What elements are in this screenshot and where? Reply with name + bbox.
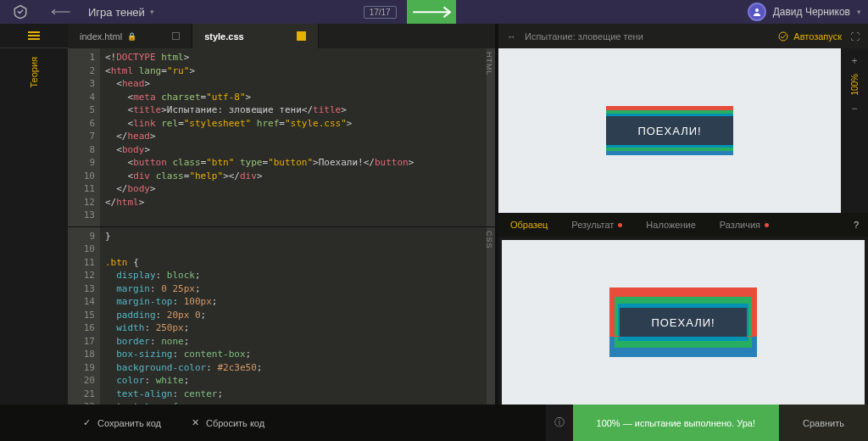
next-button[interactable] xyxy=(407,0,456,24)
zoom-out[interactable]: − xyxy=(851,103,857,114)
svg-point-6 xyxy=(779,32,787,41)
menu-icon[interactable] xyxy=(0,24,68,48)
zoom-level: 100% xyxy=(850,74,860,96)
close-icon: ✕ xyxy=(192,417,199,428)
user-menu[interactable]: Давид Черников ▾ xyxy=(748,3,861,21)
sample-canvas: ПОЕХАЛИ! xyxy=(502,240,865,405)
reset-button[interactable]: ✕ Сбросить код xyxy=(176,405,280,441)
css-code: } .btn { display: block; margin: 0 25px;… xyxy=(100,227,487,405)
sample-button: ПОЕХАЛИ! xyxy=(620,308,747,337)
resize-icon[interactable]: ↔ xyxy=(507,31,516,42)
dot-icon xyxy=(618,223,622,227)
preview-header: ↔ Испытание: зловещие тени Автозапуск ⛶ xyxy=(498,24,868,48)
status-text: 100% — испытание выполнено. Ура! xyxy=(573,405,779,441)
top-bar: Игра теней ▾ 17/17 Давид Черников ▾ xyxy=(0,0,868,24)
html-code: <!DOCTYPE html> <html lang="ru"> <head> … xyxy=(100,48,487,226)
tab-diff[interactable]: Различия xyxy=(708,213,781,237)
css-label: CSS xyxy=(485,231,493,249)
svg-point-2 xyxy=(755,8,759,12)
css-gutter: 91011121314151617181920212223242526 xyxy=(68,227,100,405)
css-editor[interactable]: CSS 91011121314151617181920212223242526 … xyxy=(68,227,495,405)
progress-badge: 17/17 xyxy=(364,6,397,19)
course-dropdown[interactable]: Игра теней ▾ xyxy=(88,6,154,19)
footer: ✓ Сохранить код ✕ Сбросить код ⓘ 100% — … xyxy=(0,405,868,441)
file-tabs: index.html 🔒 style.css xyxy=(68,24,495,48)
chevron-down-icon: ▾ xyxy=(150,8,154,16)
result-tabs: Образец Результат Наложение Различия ? xyxy=(498,213,868,237)
dot-icon xyxy=(765,223,769,227)
html-gutter: 12345678910111213 xyxy=(68,48,100,226)
compare-button[interactable]: Сравнить xyxy=(779,405,868,441)
lock-icon: 🔒 xyxy=(127,32,136,41)
save-button[interactable]: ✓ Сохранить код xyxy=(68,405,176,441)
back-button[interactable] xyxy=(44,8,78,16)
task-title: Испытание: зловещие тени xyxy=(525,31,643,42)
tab-sample[interactable]: Образец xyxy=(498,213,559,237)
main-area: Теория index.html 🔒 style.css HTML 12345… xyxy=(0,24,868,405)
preview-button: ПОЕХАЛИ! xyxy=(606,116,733,145)
user-name-label: Давид Черников xyxy=(773,6,850,18)
info-icon[interactable]: ⓘ xyxy=(546,405,573,441)
course-title-label: Игра теней xyxy=(88,6,145,19)
left-sidebar: Теория xyxy=(0,24,68,405)
check-icon: ✓ xyxy=(83,417,91,428)
theory-tab[interactable]: Теория xyxy=(29,48,39,97)
preview-area: ПОЕХАЛИ! + 100% − xyxy=(498,48,868,213)
preview-canvas: ПОЕХАЛИ! xyxy=(498,48,841,213)
zoom-in[interactable]: + xyxy=(851,55,857,67)
html-label: HTML xyxy=(485,52,493,76)
logo-icon[interactable] xyxy=(7,0,34,24)
avatar xyxy=(748,3,766,21)
tab-result[interactable]: Результат xyxy=(559,213,634,237)
zoom-controls: + 100% − xyxy=(841,48,868,213)
chevron-down-icon: ▾ xyxy=(857,8,861,16)
expand-icon[interactable]: ⛶ xyxy=(850,31,860,42)
preview-column: ↔ Испытание: зловещие тени Автозапуск ⛶ … xyxy=(495,24,868,405)
help-icon[interactable]: ? xyxy=(844,220,868,230)
scrollbar[interactable] xyxy=(487,227,495,405)
tab-overlay[interactable]: Наложение xyxy=(634,213,707,237)
editor-column: index.html 🔒 style.css HTML 123456789101… xyxy=(68,24,495,405)
square-icon xyxy=(172,32,180,40)
tab-index-html[interactable]: index.html 🔒 xyxy=(68,24,192,48)
active-marker-icon xyxy=(297,31,306,41)
html-editor[interactable]: HTML 12345678910111213 <!DOCTYPE html> <… xyxy=(68,48,495,227)
autorun-toggle[interactable]: Автозапуск xyxy=(778,31,842,42)
tab-style-css[interactable]: style.css xyxy=(192,24,318,48)
